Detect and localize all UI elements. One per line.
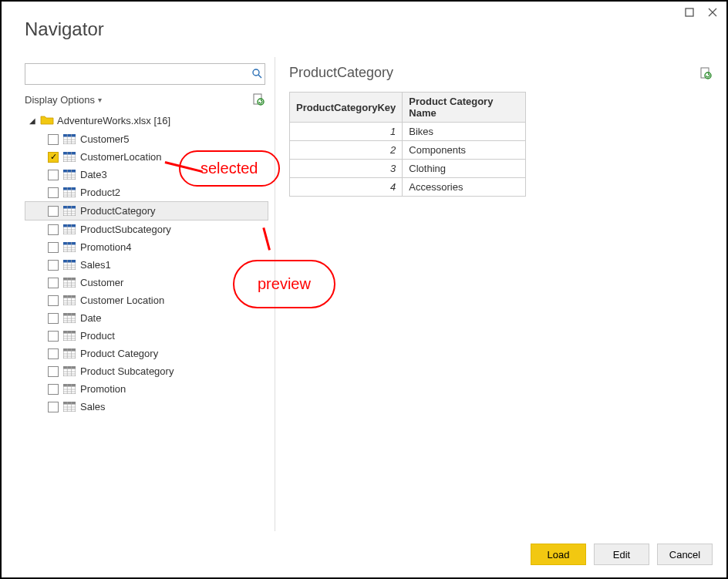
tree-item[interactable]: Product: [25, 327, 268, 345]
tree-item-checkbox[interactable]: [48, 224, 59, 235]
svg-rect-51: [63, 260, 76, 263]
titlebar: [683, 2, 726, 19]
right-pane: ProductCategory ProductCategoryKey Produ…: [275, 57, 726, 531]
tree: ◢ AdventureWorks.xlsx [16] Customer5✓ Cu…: [25, 111, 271, 416]
svg-point-3: [253, 69, 259, 76]
table-icon: [63, 331, 76, 341]
table-icon: [63, 366, 76, 376]
dialog-title: Navigator: [2, 2, 726, 49]
tree-item-checkbox[interactable]: [48, 331, 59, 342]
folder-icon: [40, 114, 54, 127]
tree-item-checkbox[interactable]: [48, 384, 59, 395]
tree-item-label: Sales: [80, 401, 106, 412]
table-row[interactable]: 3Clothing: [290, 160, 526, 178]
tree-item-checkbox[interactable]: [48, 402, 59, 412]
tree-item-label: Product Subcategory: [80, 365, 174, 377]
svg-rect-39: [63, 224, 76, 227]
footer: Load Edit Cancel: [531, 544, 713, 565]
svg-rect-9: [63, 134, 76, 137]
table-icon: [63, 295, 76, 305]
tree-item-checkbox[interactable]: [48, 278, 59, 288]
tree-item-checkbox[interactable]: [48, 170, 59, 180]
tree-item-checkbox[interactable]: [48, 348, 59, 359]
table-row[interactable]: 4Accessories: [290, 178, 526, 197]
preview-col-1[interactable]: Product Category Name: [403, 93, 526, 123]
load-button[interactable]: Load: [531, 544, 586, 565]
left-pane: Display Options ▾ ◢: [2, 57, 275, 531]
close-button[interactable]: [706, 6, 719, 19]
chevron-down-icon: ▾: [98, 96, 102, 104]
tree-item-label: Customer: [80, 277, 123, 288]
search-input[interactable]: [25, 69, 249, 80]
tree-root-label: AdventureWorks.xlsx [16]: [57, 115, 170, 126]
expand-collapse-icon[interactable]: ◢: [29, 116, 37, 125]
search-icon[interactable]: [249, 68, 265, 81]
tree-item-checkbox[interactable]: [48, 242, 59, 253]
tree-item[interactable]: ProductSubcategory: [25, 220, 268, 238]
svg-rect-69: [63, 313, 76, 316]
table-icon: [63, 134, 76, 144]
edit-button[interactable]: Edit: [594, 544, 649, 565]
tree-item[interactable]: Product Subcategory: [25, 362, 268, 380]
tree-item-label: Promotion: [80, 383, 126, 395]
svg-rect-81: [63, 348, 76, 352]
svg-rect-99: [63, 402, 76, 405]
svg-rect-45: [63, 242, 76, 245]
tree-item[interactable]: Date3: [25, 166, 268, 183]
tree-item-label: Product Category: [80, 348, 158, 359]
tree-item-checkbox[interactable]: [48, 366, 59, 377]
preview-refresh-icon[interactable]: [699, 66, 713, 80]
table-icon: [63, 152, 76, 162]
display-options-dropdown[interactable]: Display Options ▾: [25, 94, 102, 106]
tree-item-label: Date3: [80, 169, 107, 180]
tree-item-checkbox[interactable]: [48, 187, 59, 198]
preview-title: ProductCategory: [289, 65, 393, 81]
cell-name: Bikes: [403, 123, 526, 141]
tree-item-label: Date: [80, 312, 101, 324]
table-icon: [63, 242, 76, 252]
tree-item-checkbox[interactable]: [48, 313, 59, 324]
tree-item[interactable]: Customer Location: [25, 291, 268, 309]
maximize-button[interactable]: [683, 6, 696, 19]
tree-item-checkbox[interactable]: [48, 206, 59, 217]
tree-item[interactable]: ProductCategory: [25, 201, 268, 220]
table-row[interactable]: 2Components: [290, 141, 526, 160]
preview-col-0[interactable]: ProductCategoryKey: [290, 93, 403, 123]
cell-key: 2: [290, 141, 403, 160]
cell-name: Clothing: [403, 160, 526, 178]
tree-item[interactable]: Product Category: [25, 345, 268, 362]
table-row[interactable]: 1Bikes: [290, 123, 526, 141]
tree-item-checkbox[interactable]: [48, 134, 59, 145]
tree-item[interactable]: Customer: [25, 274, 268, 291]
tree-item[interactable]: Promotion: [25, 380, 268, 398]
tree-item-label: Customer Location: [80, 295, 164, 306]
tree-item-checkbox[interactable]: ✓: [48, 152, 59, 163]
svg-rect-57: [63, 278, 76, 281]
svg-line-4: [258, 75, 261, 78]
tree-item[interactable]: ✓ CustomerLocation: [25, 148, 268, 166]
tree-item[interactable]: Sales1: [25, 256, 268, 274]
tree-item-label: Product: [80, 330, 115, 342]
tree-item-label: CustomerLocation: [80, 151, 162, 163]
tree-item[interactable]: Promotion4: [25, 238, 268, 256]
tree-item-checkbox[interactable]: [48, 295, 59, 306]
table-icon: [63, 260, 76, 270]
tree-item[interactable]: Date: [25, 309, 268, 327]
tree-item[interactable]: Product2: [25, 183, 268, 201]
table-icon: [63, 224, 76, 234]
cell-name: Accessories: [403, 178, 526, 197]
search-box[interactable]: [25, 63, 265, 85]
tree-item[interactable]: Customer5: [25, 130, 268, 148]
tree-root[interactable]: ◢ AdventureWorks.xlsx [16]: [25, 111, 271, 130]
table-icon: [63, 384, 76, 394]
display-options-row: Display Options ▾: [25, 93, 265, 106]
refresh-icon[interactable]: [251, 93, 265, 106]
table-icon: [63, 206, 76, 216]
cell-key: 1: [290, 123, 403, 141]
tree-item-checkbox[interactable]: [48, 260, 59, 271]
table-icon: [63, 402, 76, 412]
tree-item[interactable]: Sales: [25, 398, 268, 416]
cancel-button[interactable]: Cancel: [657, 544, 713, 565]
preview-table: ProductCategoryKey Product Category Name…: [289, 92, 526, 197]
svg-rect-75: [63, 331, 76, 334]
